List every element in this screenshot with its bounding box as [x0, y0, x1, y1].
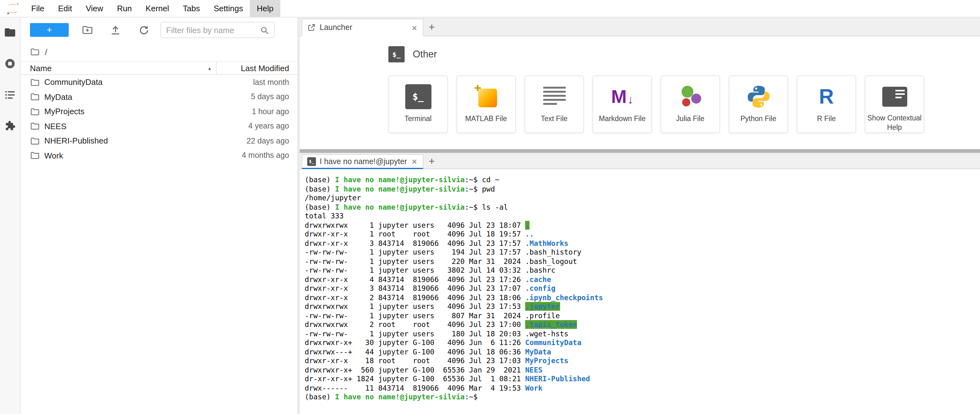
split-handle[interactable] [300, 149, 980, 153]
terminal-line: drwxr-xr-x 3 843714 819066 4096 Jul 23 1… [305, 239, 976, 248]
tab-launcher[interactable]: Launcher × [302, 19, 423, 36]
terminal-line: drwxr-xr-x 4 843714 819066 4096 Jul 23 1… [305, 275, 976, 284]
file-row-myprojects[interactable]: MyProjects1 hour ago [21, 104, 297, 119]
launcher-card-label: Terminal [403, 114, 434, 124]
terminal-section-icon: $_ [388, 46, 405, 62]
launcher-card-label: Python File [738, 114, 778, 124]
terminal-line: dr-xr-xr-x+ 1824 jupyter G-100 65536 Jul… [305, 374, 976, 384]
launcher-card-markdown[interactable]: M↓Markdown File [593, 76, 652, 133]
folder-icon [30, 121, 40, 131]
filter-box [161, 22, 275, 38]
menu-bar: FileEditViewRunKernelTabsSettingsHelp [0, 0, 980, 17]
terminal-line: (base) I have no name!@jupyter-silvia:~$… [305, 184, 976, 194]
menu-kernel[interactable]: Kernel [138, 0, 176, 17]
launcher-cards: $_TerminalMATLAB FileText FileM↓Markdown… [388, 76, 980, 133]
terminal-output[interactable]: (base) I have no name!@jupyter-silvia:~$… [300, 169, 980, 414]
file-row-nees[interactable]: NEES4 years ago [21, 119, 297, 133]
launcher-card-label: Show Contextual Help [865, 114, 923, 132]
file-row-communitydata[interactable]: CommunityDatalast month [21, 75, 297, 90]
filter-files-input[interactable] [166, 25, 260, 35]
terminal-line: drwxrwxr-x+ 30 jupyter G-100 4096 Jun 6 … [305, 338, 976, 347]
file-row-nheri-published[interactable]: NHERI-Published22 days ago [21, 133, 297, 148]
table-of-contents-icon[interactable] [3, 88, 17, 102]
terminal-line: drwxrwxrwx 1 jupyter users 4096 Jul 23 1… [305, 220, 976, 230]
file-list: CommunityDatalast monthMyData5 days agoM… [21, 75, 297, 414]
menu-tabs[interactable]: Tabs [176, 0, 207, 17]
file-row-mydata[interactable]: MyData5 days ago [21, 90, 297, 104]
close-tab-icon[interactable]: × [411, 23, 418, 32]
launcher-card-text[interactable]: Text File [525, 76, 584, 133]
launcher-card-terminal[interactable]: $_Terminal [388, 76, 448, 133]
launcher-card-label: Markdown File [597, 114, 648, 124]
launcher-tab-bar: Launcher × + [300, 17, 980, 36]
file-last-modified: 5 days ago [251, 93, 297, 102]
launcher-card-label: Julia File [675, 114, 706, 124]
file-row-work[interactable]: Work4 months ago [21, 148, 297, 163]
column-name-label: Name [30, 63, 51, 73]
terminal-line: drwxrwxrwx 1 jupyter users 4096 Jul 23 1… [305, 302, 976, 311]
close-tab-icon[interactable]: × [411, 157, 418, 166]
terminal-line: drwxr-xr-x 1 root root 4096 Jul 18 19:57… [305, 230, 976, 239]
terminal-line: (base) I have no name!@jupyter-silvia:~$ [305, 392, 976, 401]
terminal-icon: $_ [405, 82, 431, 111]
breadcrumb: / [21, 43, 297, 61]
terminal-line: drwxr-xr-x 3 843714 819066 4096 Jul 23 1… [305, 284, 976, 293]
launcher-icon [307, 23, 316, 32]
app-body: + [0, 17, 980, 414]
folder-icon [30, 78, 40, 87]
menu-edit[interactable]: Edit [51, 0, 79, 17]
terminal-line: -rw-rw-rw- 1 jupyter users 807 Mar 31 20… [305, 311, 976, 320]
launcher-card-contextual-help[interactable]: Show Contextual Help [865, 76, 924, 133]
running-terminals-and-kernels-icon[interactable] [3, 57, 17, 70]
file-browser-icon[interactable] [3, 25, 17, 39]
menu-items: FileEditViewRunKernelTabsSettingsHelp [24, 0, 280, 17]
home-folder-icon[interactable] [30, 47, 40, 57]
launcher-card-r[interactable]: RR File [797, 76, 856, 133]
new-tab-button[interactable]: + [423, 154, 440, 168]
launcher-card-julia[interactable]: Julia File [660, 76, 720, 133]
terminal-tab-icon: $_ [307, 157, 316, 166]
menu-help[interactable]: Help [250, 0, 280, 17]
column-header-last-modified[interactable]: Last Modified [217, 63, 297, 73]
jupyterlab-app: FileEditViewRunKernelTabsSettingsHelp + [0, 0, 980, 414]
menu-file[interactable]: File [24, 0, 51, 17]
r-icon: R [819, 82, 834, 111]
menu-view[interactable]: View [79, 0, 110, 17]
extension-manager-icon[interactable] [3, 119, 17, 133]
main-dock-panel: Launcher × + $_ Other $_TerminalMATLAB F… [300, 17, 980, 414]
menu-run[interactable]: Run [110, 0, 139, 17]
matlab-icon [473, 82, 500, 111]
terminal-tab-bar: $_ I have no name!@jupyter-silvia × + [300, 153, 980, 169]
launcher-section-other: $_ Other [388, 46, 980, 62]
terminal-line: (base) I have no name!@jupyter-silvia:~$… [305, 203, 976, 211]
text-icon [542, 82, 566, 111]
file-name: CommunityData [45, 78, 102, 87]
breadcrumb-root[interactable]: / [45, 47, 47, 57]
new-launcher-button[interactable]: + [30, 23, 69, 37]
contextual-help-icon [881, 82, 908, 111]
new-folder-button[interactable] [82, 24, 93, 36]
folder-icon [30, 107, 40, 117]
launcher-card-label: MATLAB File [463, 114, 509, 124]
new-tab-button[interactable]: + [423, 19, 440, 36]
upload-button[interactable] [110, 24, 121, 36]
folder-icon [30, 151, 40, 161]
launcher-card-python[interactable]: Python File [729, 76, 788, 133]
launcher-card-matlab[interactable]: MATLAB File [457, 76, 516, 133]
jupyter-logo-icon [4, 0, 21, 17]
launcher-section-title: Other [413, 49, 437, 60]
folder-icon [30, 92, 40, 102]
julia-icon [676, 82, 704, 111]
terminal-line: (base) I have no name!@jupyter-silvia:~$… [305, 175, 976, 184]
file-name: Work [45, 151, 63, 160]
file-name: MyProjects [45, 107, 84, 116]
refresh-button[interactable] [138, 24, 149, 36]
menu-settings[interactable]: Settings [207, 0, 250, 17]
terminal-line: -rw-rw-rw- 1 jupyter users 180 Jul 18 20… [305, 329, 976, 338]
terminal-line: drwxrwxrwx 2 root root 4096 Jul 23 17:00… [305, 320, 976, 329]
search-icon [260, 25, 269, 35]
tab-terminal[interactable]: $_ I have no name!@jupyter-silvia × [302, 154, 423, 169]
left-sidebar [0, 17, 21, 414]
file-name: NEES [45, 122, 67, 131]
column-header-name[interactable]: Name ▲ [21, 62, 217, 74]
